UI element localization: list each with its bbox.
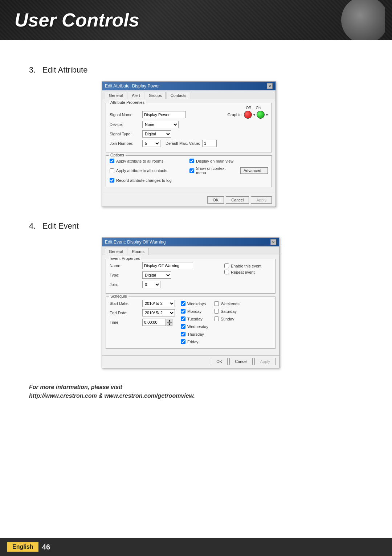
device-label: Device: [110,122,142,127]
event-close-icon[interactable]: ✕ [270,239,276,245]
event-name-label: Name: [110,263,142,268]
tab-alert[interactable]: Alert [128,92,144,99]
option-show-context-menu-checkbox[interactable] [189,168,194,173]
event-type-label: Type: [110,273,142,277]
time-up-button[interactable]: ▲ [167,319,172,322]
time-row: Time: ▲ ▼ [110,319,175,326]
attribute-properties-label: Attribute Properties [109,100,146,105]
option-show-context-menu: Show on context menu Advanced... [189,166,268,175]
option-display-main-view: Display on main view [189,159,268,163]
time-input[interactable] [142,319,166,326]
info-text-block: For more information, please visit http:… [29,383,370,400]
device-row: Device: None [110,121,268,128]
friday-checkbox[interactable] [181,339,185,344]
event-type-row: Type: Digital [110,271,217,279]
repeat-event-label: Repeat event [231,270,254,274]
end-date-row: End Date: 2010/ 5/ 2 [110,309,175,316]
option-display-main-view-checkbox[interactable] [189,159,194,163]
enable-event-row: Enable this event [224,263,271,268]
event-type-select[interactable]: Digital [142,271,171,279]
wednesday-checkbox[interactable] [181,324,185,329]
info-line2: http://www.crestron.com & www.crestron.c… [29,392,370,400]
time-label: Time: [110,320,142,324]
enable-event-checkbox[interactable] [224,263,229,268]
option-apply-all-rooms: Apply attribute to all rooms [110,159,188,163]
main-content: 3. Edit Attribute Edit Attribute: Displa… [0,40,392,424]
header-logo [338,0,385,40]
option-record-changes: Record attribute changes to log [110,178,188,183]
weekdays-row: Weekdays [181,301,208,306]
tab-groups[interactable]: Groups [145,92,166,99]
event-join-label: Join: [110,282,142,287]
start-date-row: Start Date: 2010/ 5/ 2 [110,300,175,307]
event-dialog-tabs: General Rooms [102,246,279,255]
on-graphic-circle [257,111,265,119]
close-icon[interactable]: ✕ [267,83,273,89]
end-date-select[interactable]: 2010/ 5/ 2 [142,309,175,316]
signal-name-input[interactable] [142,111,186,118]
monday-row: Monday [181,309,208,314]
page-footer: English 46 [0,538,392,556]
option-apply-all-contacts-checkbox[interactable] [110,168,114,173]
signal-type-row: Signal Type: Digital [110,130,268,138]
edit-event-titlebar: Edit Event: Display Off Warning ✕ [102,238,279,246]
weekends-checkbox[interactable] [214,301,219,306]
repeat-event-checkbox[interactable] [224,270,229,274]
option-apply-all-contacts: Apply attribute to all contacts [110,166,188,175]
footer-language: English [7,542,38,552]
info-line1: For more information, please visit [29,383,370,392]
weekdays-checkbox[interactable] [181,301,185,306]
device-select[interactable]: None [142,121,179,128]
event-ok-button[interactable]: OK [211,358,228,365]
attribute-apply-button[interactable]: Apply [251,196,272,204]
attribute-dialog-tabs: General Alert Groups Contacts [102,90,275,99]
off-graphic-circle [244,111,252,119]
schedule-group: Schedule Start Date: 2010/ 5/ 2 End Date… [106,297,275,349]
attribute-cancel-button[interactable]: Cancel [226,196,249,204]
option-record-changes-checkbox[interactable] [110,178,114,183]
option-apply-all-rooms-checkbox[interactable] [110,159,114,163]
footer-page-number: 46 [42,543,50,551]
event-cancel-button[interactable]: Cancel [229,358,253,365]
join-number-label: Join Number: [110,141,142,146]
on-label: On [256,106,261,110]
advanced-button[interactable]: Advanced... [240,167,268,174]
join-number-row: Join Number: 5 Default Max. Value: [110,140,268,147]
event-tab-general[interactable]: General [105,248,127,255]
event-join-select[interactable]: 0 [142,281,160,288]
event-dialog-body: Event Properties Name: Type: Digital [102,255,279,355]
start-date-select[interactable]: 2010/ 5/ 2 [142,300,175,307]
enable-event-label: Enable this event [231,264,261,268]
event-join-row: Join: 0 [110,281,217,288]
monday-checkbox[interactable] [181,309,185,314]
tab-general[interactable]: General [105,92,127,99]
event-tab-rooms[interactable]: Rooms [128,248,148,255]
join-number-select[interactable]: 5 [142,140,160,147]
thursday-checkbox[interactable] [181,332,185,336]
start-date-label: Start Date: [110,301,142,306]
page-header: User Controls [0,0,392,40]
weekends-row: Weekends [214,301,240,306]
event-name-input[interactable] [142,262,193,269]
signal-type-select[interactable]: Digital [142,130,171,138]
options-label: Options [109,153,126,157]
section4-title: 4. Edit Event [29,221,370,231]
attribute-dialog-body: Attribute Properties Off On Signal Name:… [102,99,275,194]
attribute-ok-button[interactable]: OK [207,196,224,204]
tab-contacts[interactable]: Contacts [167,92,190,99]
time-down-button[interactable]: ▼ [167,322,172,326]
tuesday-checkbox[interactable] [181,316,185,321]
sunday-checkbox[interactable] [214,316,219,321]
default-max-input[interactable] [202,140,217,147]
edit-event-dialog: Edit Event: Display Off Warning ✕ Genera… [102,237,279,368]
saturday-row: Saturday [214,309,240,314]
graphic-label: Graphic: [227,113,242,117]
event-apply-button[interactable]: Apply [254,358,275,365]
edit-attribute-titlebar: Edit Attribute: Display Power ✕ [102,82,275,90]
saturday-checkbox[interactable] [214,309,219,314]
default-max-label: Default Max. Value: [166,141,200,146]
logo-graphic [341,0,385,40]
sunday-row: Sunday [214,316,240,321]
signal-name-row: Signal Name: Graphic: ▾ ▾ [110,111,268,119]
schedule-label: Schedule [109,294,128,298]
